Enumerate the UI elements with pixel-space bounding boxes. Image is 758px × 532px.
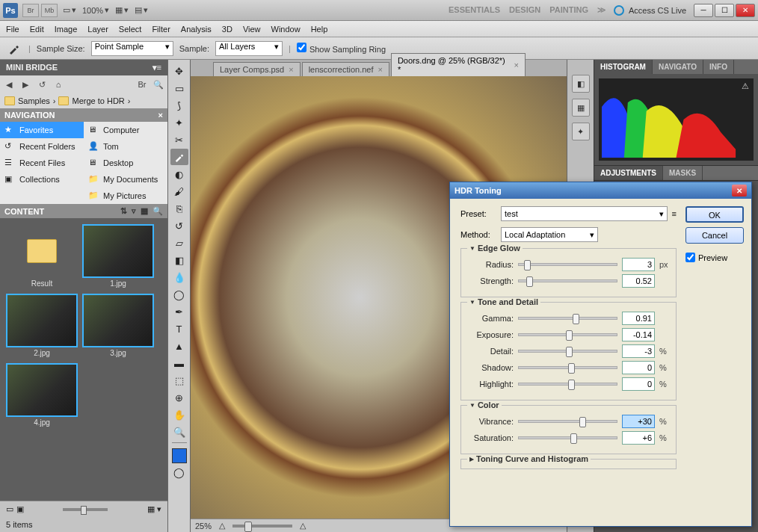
- sample-select[interactable]: All Layers ▾: [215, 41, 283, 56]
- back-icon[interactable]: ◀: [3, 78, 15, 90]
- tab-close-icon[interactable]: ×: [289, 65, 293, 74]
- disclosure-icon[interactable]: ▼: [469, 245, 475, 252]
- location-item-desktop[interactable]: 🖥Desktop: [84, 155, 167, 171]
- warning-icon[interactable]: ⚠: [742, 81, 749, 91]
- forward-icon[interactable]: ▶: [19, 78, 31, 90]
- sample-size-select[interactable]: Point Sample ▾: [91, 41, 173, 56]
- hand-tool[interactable]: ✋: [170, 406, 188, 423]
- navigator-tab[interactable]: NAVIGATO: [653, 60, 703, 74]
- type-tool[interactable]: T: [170, 321, 188, 337]
- disclosure-icon[interactable]: ▶: [469, 456, 474, 463]
- workspace-painting[interactable]: PAINTING: [549, 5, 588, 15]
- thumb-size-slider[interactable]: [63, 508, 108, 511]
- breadcrumb-item[interactable]: Samples: [18, 96, 50, 105]
- cs-live-button[interactable]: Access CS Live: [614, 5, 686, 16]
- menu-select[interactable]: Select: [119, 25, 142, 34]
- workspace-design[interactable]: DESIGN: [509, 5, 540, 15]
- tab-close-icon[interactable]: ×: [378, 65, 382, 74]
- saturation-slider[interactable]: [518, 436, 617, 439]
- move-tool[interactable]: ✥: [170, 63, 188, 79]
- location-item-my-documents[interactable]: 📁My Documents: [84, 171, 167, 188]
- mini-bridge-tab[interactable]: MINI BRIDGE▾≡: [0, 60, 167, 75]
- eraser-tool[interactable]: ▱: [170, 235, 188, 251]
- vibrance-slider[interactable]: [518, 420, 617, 423]
- minimize-button[interactable]: ─: [694, 4, 713, 17]
- workspace-more[interactable]: ≫: [597, 5, 606, 15]
- exposure-input[interactable]: [622, 328, 655, 341]
- document-tab[interactable]: Layer Comps.psd×: [213, 62, 301, 76]
- blur-tool[interactable]: 💧: [170, 269, 188, 285]
- minibridge-button[interactable]: Mb: [41, 4, 58, 17]
- dodge-tool[interactable]: ◯: [170, 286, 188, 303]
- info-tab[interactable]: INFO: [703, 60, 734, 74]
- preview-icon[interactable]: ▭: [6, 504, 13, 514]
- view-icon[interactable]: ▦: [141, 206, 148, 216]
- radius-slider[interactable]: [518, 263, 617, 266]
- path-select-tool[interactable]: ▲: [170, 338, 188, 354]
- histogram-tab[interactable]: HISTOGRAM: [594, 60, 653, 74]
- thumb-4-jpg[interactable]: 4.jpg: [6, 363, 78, 428]
- marquee-tool[interactable]: ▭: [170, 80, 188, 96]
- zoom-level[interactable]: 25%: [195, 522, 212, 531]
- menu-view[interactable]: View: [243, 25, 261, 34]
- quick-select-tool[interactable]: ✦: [170, 114, 188, 131]
- menu-window[interactable]: Window: [271, 25, 301, 34]
- workspace-essentials[interactable]: ESSENTIALS: [449, 5, 500, 15]
- menu-file[interactable]: File: [6, 25, 19, 34]
- zoom-slider[interactable]: [232, 525, 292, 528]
- eyedropper-tool[interactable]: [170, 149, 188, 165]
- tab-close-icon[interactable]: ×: [514, 61, 518, 69]
- shadow-input[interactable]: [622, 361, 655, 374]
- grid-view-icon[interactable]: ▦ ▾: [147, 504, 161, 514]
- strength-slider[interactable]: [518, 279, 617, 282]
- search-icon[interactable]: 🔍: [152, 206, 163, 216]
- thumb-2-jpg[interactable]: 2.jpg: [6, 294, 78, 359]
- detail-slider[interactable]: [518, 350, 617, 353]
- preset-select[interactable]: test▾: [501, 206, 668, 221]
- filter-icon[interactable]: ▿: [132, 206, 136, 216]
- brush-tool[interactable]: 🖌: [170, 183, 188, 200]
- breadcrumb-item[interactable]: Merge to HDR: [72, 96, 124, 105]
- crop-tool[interactable]: ✂: [170, 132, 188, 148]
- detail-input[interactable]: [622, 344, 655, 358]
- zoom-dropdown[interactable]: 100%▾: [82, 5, 109, 15]
- location-item-my-pictures[interactable]: 📁My Pictures: [84, 188, 167, 204]
- swatches-panel-icon[interactable]: ▦: [572, 99, 590, 117]
- styles-panel-icon[interactable]: ✦: [572, 123, 590, 140]
- location-item-computer[interactable]: 🖥Computer: [84, 122, 167, 138]
- maximize-button[interactable]: ☐: [715, 4, 734, 17]
- dialog-close-button[interactable]: ✕: [732, 185, 747, 197]
- shadow-slider[interactable]: [518, 366, 617, 369]
- show-sampling-ring-checkbox[interactable]: [297, 43, 306, 52]
- vibrance-input[interactable]: [622, 415, 655, 428]
- eyedropper-tool-icon[interactable]: [6, 40, 22, 57]
- panel-menu-icon[interactable]: ▾≡: [152, 63, 161, 72]
- pen-tool[interactable]: ✒: [170, 303, 188, 320]
- menu-layer[interactable]: Layer: [87, 25, 108, 34]
- menu-edit[interactable]: Edit: [30, 25, 44, 34]
- quick-mask-toggle[interactable]: ◯: [170, 464, 188, 480]
- goto-bridge-icon[interactable]: Br: [136, 78, 148, 90]
- menu-filter[interactable]: Filter: [152, 25, 170, 34]
- foreground-color[interactable]: [172, 448, 187, 463]
- home-icon[interactable]: ⌂: [52, 78, 64, 90]
- disclosure-icon[interactable]: ▼: [469, 299, 475, 306]
- search-icon[interactable]: 🔍: [152, 78, 164, 90]
- review-icon[interactable]: ▣: [16, 504, 24, 514]
- 3d-tool[interactable]: ⬚: [170, 372, 188, 389]
- zoom-in-icon[interactable]: △: [300, 521, 306, 531]
- breadcrumb[interactable]: Samples › Merge to HDR ›: [0, 93, 167, 108]
- gamma-input[interactable]: [622, 312, 655, 325]
- location-item-tom[interactable]: 👤Tom: [84, 138, 167, 155]
- radius-input[interactable]: [622, 258, 655, 271]
- gradient-tool[interactable]: ◧: [170, 252, 188, 268]
- zoom-out-icon[interactable]: △: [219, 521, 225, 531]
- menu-3d[interactable]: 3D: [222, 25, 232, 34]
- history-brush-tool[interactable]: ↺: [170, 217, 188, 234]
- nav-item-recent-files[interactable]: ☰Recent Files: [0, 155, 84, 171]
- saturation-input[interactable]: [622, 431, 655, 445]
- close-nav-icon[interactable]: ×: [158, 111, 163, 120]
- highlight-input[interactable]: [622, 377, 655, 391]
- cancel-button[interactable]: Cancel: [685, 227, 744, 244]
- show-sampling-ring[interactable]: Show Sampling Ring: [297, 43, 386, 54]
